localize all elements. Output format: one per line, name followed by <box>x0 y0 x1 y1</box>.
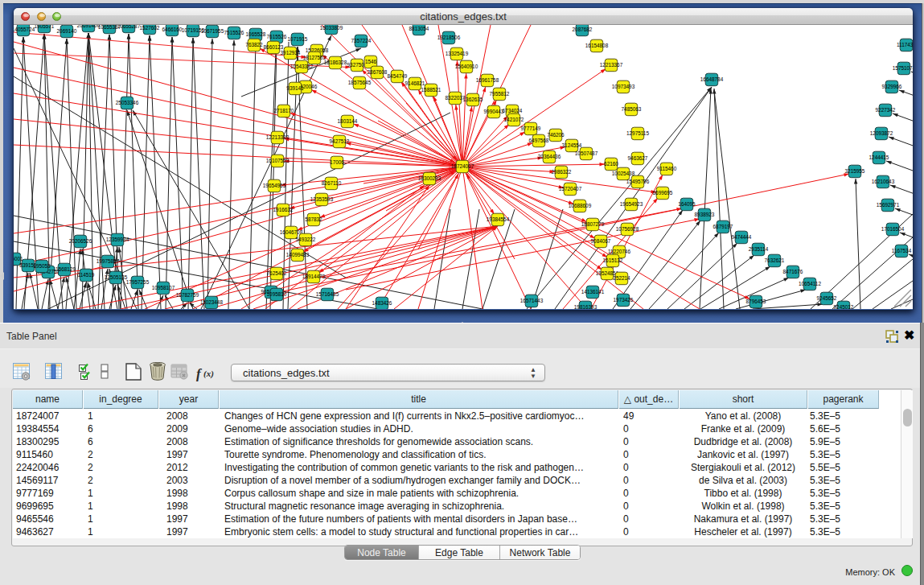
svg-text:15716485: 15716485 <box>316 291 339 297</box>
svg-text:16033809: 16033809 <box>320 25 343 31</box>
svg-text:12359934: 12359934 <box>106 237 129 242</box>
svg-text:1244415: 1244415 <box>869 154 889 160</box>
svg-text:18186328: 18186328 <box>324 60 347 65</box>
svg-text:9474444: 9474444 <box>732 234 752 240</box>
svg-text:7357224: 7357224 <box>351 38 372 43</box>
svg-text:7615526: 7615526 <box>267 34 287 39</box>
svg-text:9084067: 9084067 <box>591 238 611 244</box>
svg-text:1803144: 1803144 <box>338 118 358 124</box>
svg-text:62160: 62160 <box>604 161 618 167</box>
svg-text:9990443: 9990443 <box>484 109 504 114</box>
svg-text:14055724: 14055724 <box>14 27 35 32</box>
svg-text:20206526: 20206526 <box>69 238 92 244</box>
svg-text:10688609: 10688609 <box>569 203 592 208</box>
svg-text:10025438: 10025438 <box>612 171 635 176</box>
svg-text:2718170: 2718170 <box>274 108 294 113</box>
svg-text:12975115: 12975115 <box>626 130 649 136</box>
svg-text:7625402: 7625402 <box>267 270 287 276</box>
svg-text:6734024: 6734024 <box>503 108 523 113</box>
svg-text:763822: 763822 <box>245 42 263 47</box>
svg-text:25053346: 25053346 <box>116 100 139 105</box>
svg-text:14136141: 14136141 <box>581 289 605 295</box>
svg-text:1615132: 1615132 <box>603 257 623 263</box>
svg-text:7632621: 7632621 <box>765 257 785 263</box>
svg-text:8938923: 8938923 <box>695 212 715 217</box>
svg-text:19816393: 19816393 <box>574 304 598 309</box>
svg-text:18575645: 18575645 <box>348 80 372 85</box>
svg-text:1916632: 1916632 <box>273 207 294 212</box>
svg-text:15640910: 15640910 <box>455 64 478 69</box>
svg-text:19384554: 19384554 <box>487 216 510 222</box>
svg-text:9329966: 9329966 <box>882 84 902 89</box>
svg-text:8454749: 8454749 <box>388 73 408 79</box>
svg-text:(x): (x) <box>203 369 214 379</box>
svg-text:16154808: 16154808 <box>585 43 609 48</box>
svg-text:195053: 195053 <box>33 263 51 269</box>
svg-text:12213383: 12213383 <box>266 134 290 140</box>
svg-text:18807279: 18807279 <box>581 221 605 227</box>
svg-text:10543382: 10543382 <box>290 64 314 69</box>
svg-text:2986322: 2986322 <box>552 169 572 175</box>
svg-text:12093872: 12093872 <box>870 130 893 136</box>
svg-text:1095810: 1095810 <box>267 291 287 297</box>
svg-text:16210643: 16210643 <box>872 179 895 184</box>
svg-text:9463627: 9463627 <box>628 155 648 161</box>
svg-text:3215955: 3215955 <box>845 168 865 174</box>
svg-text:10654112: 10654112 <box>799 281 821 286</box>
svg-text:114519: 114519 <box>78 272 95 278</box>
svg-text:8660123: 8660123 <box>264 44 284 50</box>
svg-text:18127502: 18127502 <box>303 55 326 60</box>
svg-text:17016504: 17016504 <box>881 226 905 232</box>
svg-text:7515526: 7515526 <box>224 30 244 35</box>
svg-text:8267110: 8267110 <box>322 180 342 186</box>
svg-text:12505135: 12505135 <box>105 274 128 280</box>
svg-text:9115460: 9115460 <box>657 166 677 171</box>
svg-text:2867608: 2867608 <box>368 69 388 75</box>
svg-text:10507487: 10507487 <box>575 150 598 156</box>
svg-text:17006: 17006 <box>330 159 344 165</box>
svg-text:18914479: 18914479 <box>302 274 326 279</box>
svg-text:19654965: 19654965 <box>263 183 286 188</box>
svg-text:7955812: 7955812 <box>490 91 510 97</box>
svg-text:20691406: 20691406 <box>77 25 101 28</box>
svg-text:11220746: 11220746 <box>608 249 630 254</box>
svg-text:f: f <box>196 366 203 381</box>
svg-text:10756928: 10756928 <box>616 226 639 232</box>
svg-text:10655287: 10655287 <box>117 25 141 29</box>
svg-text:3912934: 3912934 <box>281 50 301 56</box>
svg-text:1483426: 1483426 <box>372 300 392 306</box>
svg-text:1167534: 1167534 <box>892 248 912 253</box>
svg-text:15495796: 15495796 <box>626 179 650 184</box>
svg-text:164095: 164095 <box>678 201 696 207</box>
svg-text:252214: 252214 <box>613 275 630 281</box>
svg-text:6466160: 6466160 <box>162 27 183 32</box>
svg-text:1588521: 1588521 <box>421 87 441 93</box>
svg-text:18300293: 18300293 <box>418 175 441 181</box>
svg-text:6699695: 6699695 <box>653 190 673 196</box>
svg-text:9245012: 9245012 <box>834 304 854 309</box>
svg-text:15751074: 15751074 <box>893 65 913 71</box>
svg-text:19975857: 19975857 <box>97 258 120 264</box>
svg-text:587832: 587832 <box>305 216 322 222</box>
svg-text:12353593: 12353593 <box>310 196 334 202</box>
svg-text:8471676: 8471676 <box>783 269 803 274</box>
svg-text:1065528: 1065528 <box>246 31 266 37</box>
svg-text:18724007: 18724007 <box>451 163 474 169</box>
svg-text:1973426: 1973426 <box>614 297 634 303</box>
svg-text:15692971: 15692971 <box>877 202 900 208</box>
svg-text:1071915: 1071915 <box>288 36 308 42</box>
svg-text:20364436: 20364436 <box>538 154 561 159</box>
svg-text:1905571: 1905571 <box>35 25 55 29</box>
svg-text:746206: 746206 <box>547 132 565 138</box>
svg-text:15720407: 15720407 <box>559 186 582 192</box>
svg-text:6879197: 6879197 <box>713 224 733 229</box>
svg-text:9227342: 9227342 <box>876 107 896 113</box>
svg-text:10671955: 10671955 <box>201 28 224 34</box>
svg-text:1117434: 1117434 <box>897 42 913 47</box>
svg-text:17957255: 17957255 <box>126 279 150 285</box>
svg-text:6497568: 6497568 <box>529 138 549 143</box>
svg-text:16782759: 16782759 <box>176 292 199 298</box>
svg-text:16961758: 16961758 <box>476 77 499 83</box>
svg-text:10958107: 10958107 <box>152 285 175 290</box>
svg-text:16571443: 16571443 <box>520 298 544 303</box>
